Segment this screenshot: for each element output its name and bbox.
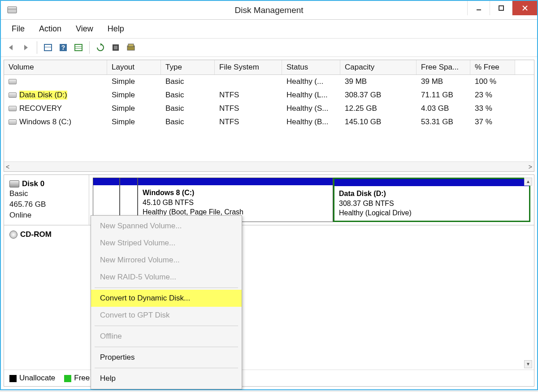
cell-status: Healthy (S... bbox=[282, 103, 340, 114]
svg-rect-16 bbox=[128, 44, 134, 47]
scroll-down-icon[interactable]: ▼ bbox=[524, 360, 532, 368]
ctx-new-spanned: New Spanned Volume... bbox=[91, 218, 242, 235]
cell-capacity: 145.10 GB bbox=[340, 117, 417, 127]
help-icon[interactable]: ? bbox=[57, 41, 69, 54]
content-area: Volume Layout Type File System Status Ca… bbox=[1, 57, 537, 389]
cell-volume: Windows 8 (C:) bbox=[4, 117, 107, 127]
cell-free: 71.11 GB bbox=[417, 90, 470, 100]
table-row[interactable]: Windows 8 (C:)SimpleBasicNTFSHealthy (B.… bbox=[4, 115, 534, 129]
maximize-button[interactable] bbox=[490, 1, 512, 15]
cell-layout: Simple bbox=[107, 76, 161, 87]
partition-size: 308.37 GB NTFS bbox=[339, 199, 525, 209]
ctx-separator bbox=[95, 326, 238, 326]
menu-file[interactable]: File bbox=[4, 22, 32, 36]
scroll-up-icon[interactable]: ▲ bbox=[524, 178, 532, 186]
ctx-separator bbox=[95, 347, 238, 347]
cdrom-name: CD-ROM bbox=[20, 230, 52, 239]
context-menu: New Spanned Volume... New Striped Volume… bbox=[91, 215, 242, 389]
disk-row-disk0[interactable]: Disk 0 Basic 465.76 GB Online Windows 8 … bbox=[4, 175, 534, 225]
cell-fs: NTFS bbox=[215, 117, 282, 127]
disk0-size: 465.76 GB bbox=[9, 199, 83, 210]
cell-type: Basic bbox=[161, 117, 215, 127]
close-button[interactable] bbox=[512, 1, 537, 15]
legend-unallocated: Unallocate bbox=[19, 374, 55, 382]
cell-type: Basic bbox=[161, 103, 215, 114]
cell-pct: 23 % bbox=[470, 90, 515, 100]
horizontal-scrollbar[interactable]: < > bbox=[4, 161, 534, 171]
swatch-free bbox=[64, 375, 71, 382]
window-title: Disk Management bbox=[234, 5, 303, 15]
th-volume[interactable]: Volume bbox=[4, 60, 107, 74]
partition-datadisk-selected[interactable]: Data Disk (D:) 308.37 GB NTFS Healthy (L… bbox=[333, 178, 530, 222]
back-button[interactable] bbox=[4, 41, 17, 54]
partition-title: Windows 8 (C:) bbox=[143, 188, 328, 198]
cell-free: 4.03 GB bbox=[417, 103, 470, 114]
cell-pct: 37 % bbox=[470, 117, 515, 127]
cell-capacity: 12.25 GB bbox=[340, 103, 417, 114]
legend: Unallocate Free space Logical drive bbox=[4, 370, 534, 386]
cell-fs: NTFS bbox=[215, 103, 282, 114]
ctx-separator bbox=[95, 368, 238, 368]
partition-size: 45.10 GB NTFS bbox=[143, 198, 328, 208]
cell-type: Basic bbox=[161, 76, 215, 87]
th-layout[interactable]: Layout bbox=[107, 60, 161, 74]
ctx-separator bbox=[95, 287, 238, 288]
cell-layout: Simple bbox=[107, 90, 161, 100]
ctx-offline: Offline bbox=[91, 328, 242, 345]
cell-fs: NTFS bbox=[215, 90, 282, 100]
disk-graphical-panel: Disk 0 Basic 465.76 GB Online Windows 8 … bbox=[4, 174, 534, 387]
toolbar-view-icon[interactable] bbox=[42, 41, 54, 54]
th-status[interactable]: Status bbox=[282, 60, 340, 74]
disk-rows: Disk 0 Basic 465.76 GB Online Windows 8 … bbox=[4, 175, 534, 370]
cell-free: 53.31 GB bbox=[417, 117, 470, 127]
forward-button[interactable] bbox=[20, 41, 32, 54]
toolbar-separator bbox=[89, 41, 90, 54]
table-row[interactable]: RECOVERYSimpleBasicNTFSHealthy (S...12.2… bbox=[4, 102, 534, 115]
vertical-scrollbar[interactable]: ▲ ▼ bbox=[524, 178, 532, 368]
minimize-button[interactable] bbox=[467, 1, 490, 15]
partition-title: Data Disk (D:) bbox=[339, 189, 525, 199]
th-percent-free[interactable]: % Free bbox=[470, 60, 515, 74]
menu-action[interactable]: Action bbox=[32, 22, 69, 36]
scroll-right-icon[interactable]: > bbox=[529, 163, 532, 170]
table-row[interactable]: SimpleBasicHealthy (...39 MB39 MB100 % bbox=[4, 75, 534, 88]
settings-icon[interactable] bbox=[109, 41, 122, 54]
cell-type: Basic bbox=[161, 90, 215, 100]
cell-pct: 33 % bbox=[470, 103, 515, 114]
disk0-name: Disk 0 bbox=[22, 179, 44, 188]
table-row[interactable]: Data Disk (D:)SimpleBasicNTFSHealthy (L.… bbox=[4, 88, 534, 102]
cell-volume bbox=[4, 76, 107, 87]
svg-rect-10 bbox=[75, 44, 82, 51]
ctx-properties[interactable]: Properties bbox=[91, 349, 242, 366]
th-filesystem[interactable]: File System bbox=[215, 60, 282, 74]
refresh-icon[interactable] bbox=[94, 41, 107, 54]
volume-table: Volume Layout Type File System Status Ca… bbox=[4, 60, 534, 172]
th-capacity[interactable]: Capacity bbox=[340, 60, 417, 74]
cell-pct: 100 % bbox=[470, 76, 515, 87]
disk0-label[interactable]: Disk 0 Basic 465.76 GB Online bbox=[4, 175, 89, 225]
window-controls bbox=[467, 1, 537, 15]
menu-help[interactable]: Help bbox=[100, 22, 131, 36]
svg-rect-6 bbox=[44, 44, 52, 51]
drive-icon bbox=[9, 106, 17, 111]
cell-free: 39 MB bbox=[417, 76, 470, 87]
cell-capacity: 39 MB bbox=[340, 76, 417, 87]
cdrom-icon bbox=[9, 231, 17, 239]
svg-rect-3 bbox=[499, 6, 503, 10]
drive-icon bbox=[9, 92, 17, 98]
th-free[interactable]: Free Spa... bbox=[417, 60, 470, 74]
menu-view[interactable]: View bbox=[69, 22, 100, 36]
ctx-new-striped: New Striped Volume... bbox=[91, 235, 242, 252]
ctx-help[interactable]: Help bbox=[91, 370, 242, 387]
titlebar: Disk Management bbox=[1, 1, 537, 20]
disk-tool-icon[interactable] bbox=[125, 41, 137, 54]
disk-row-cdrom[interactable]: CD-ROM bbox=[4, 225, 534, 244]
toolbar-list-icon[interactable] bbox=[72, 41, 85, 54]
disk0-type: Basic bbox=[9, 188, 83, 199]
scroll-left-icon[interactable]: < bbox=[6, 163, 9, 170]
ctx-convert-dynamic[interactable]: Convert to Dynamic Disk... bbox=[91, 290, 242, 307]
th-type[interactable]: Type bbox=[161, 60, 215, 74]
app-icon bbox=[5, 4, 19, 17]
cell-status: Healthy (L... bbox=[282, 90, 340, 100]
ctx-convert-gpt: Convert to GPT Disk bbox=[91, 307, 242, 324]
